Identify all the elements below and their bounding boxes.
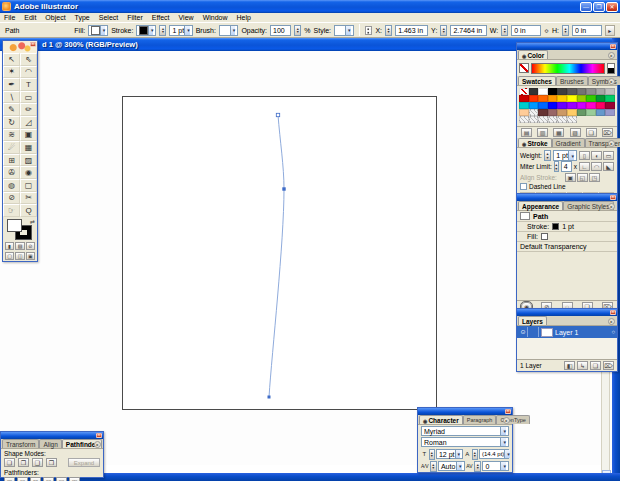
pencil-tool[interactable]: ✏ <box>20 103 37 116</box>
appearance-transparency-row[interactable]: Default Transparency <box>517 242 617 252</box>
appearance-object-row[interactable]: Path <box>517 211 617 222</box>
magic-wand-tool[interactable]: ✶ <box>3 66 20 79</box>
swatch-595959[interactable] <box>567 88 577 95</box>
toolbox-close-icon[interactable]: ✕ <box>30 42 36 47</box>
swatch-cc0000[interactable] <box>519 95 529 102</box>
font-size-dropdown[interactable]: 12 pt▾ <box>436 449 463 459</box>
dropdown-arrow-icon[interactable]: ▾ <box>504 450 510 458</box>
tab-swatches[interactable]: Swatches <box>518 76 556 85</box>
swatch-ff3300[interactable] <box>529 95 539 102</box>
cap-round-button[interactable]: ◖ <box>591 151 602 160</box>
scale-tool[interactable]: ◿ <box>20 116 37 129</box>
tab-transform[interactable]: Transform <box>2 439 39 448</box>
swatch-ff6600[interactable] <box>538 95 548 102</box>
swatch-669966[interactable] <box>577 109 587 116</box>
swatch-pattern[interactable] <box>538 116 548 123</box>
dropdown-arrow-icon[interactable]: ▾ <box>568 151 574 160</box>
show-all-swatches-button[interactable]: ▤ <box>521 128 532 137</box>
swatch-bfbfbf[interactable] <box>605 88 615 95</box>
swatch-ff9900[interactable] <box>548 95 558 102</box>
new-swatch-button[interactable]: ❏ <box>586 128 597 137</box>
swatches-menu-icon[interactable]: ▸ <box>608 78 615 85</box>
tab-character[interactable]: ◉Character <box>419 415 463 424</box>
swatch-cc00ff[interactable] <box>577 102 587 109</box>
opacity-field[interactable] <box>270 25 291 36</box>
tab-color[interactable]: ◉Color <box>518 50 548 59</box>
show-color-swatches-button[interactable]: ▥ <box>537 128 548 137</box>
symbol-sprayer-tool[interactable]: ☄ <box>3 141 20 154</box>
join-miter-button[interactable]: ∟ <box>579 162 590 171</box>
fullscreen-mode-button[interactable]: ▣ <box>26 252 35 260</box>
selection-tool[interactable]: ↖ <box>3 53 20 66</box>
swatch-ffcc99[interactable] <box>519 109 529 116</box>
swatch-99cc00[interactable] <box>577 95 587 102</box>
make-clipping-mask-button[interactable]: ◧ <box>564 361 575 370</box>
show-gradient-swatches-button[interactable]: ▦ <box>553 128 564 137</box>
kerning-stepper[interactable]: ▴▾ <box>430 461 437 472</box>
tab-gradient[interactable]: Gradient <box>552 138 585 147</box>
palette-title-bar[interactable]: ✕ <box>517 309 617 316</box>
live-paint-selection-tool[interactable]: ▢ <box>20 179 37 192</box>
palette-close-icon[interactable]: ✕ <box>96 433 102 438</box>
reference-point-icon[interactable] <box>365 26 373 35</box>
dropdown-arrow-icon[interactable]: ▾ <box>345 26 351 35</box>
swatch-00cccc[interactable] <box>519 102 529 109</box>
new-layer-button[interactable]: ❏ <box>590 361 601 370</box>
dashed-line-checkbox[interactable] <box>520 183 527 190</box>
join-round-button[interactable]: ◠ <box>591 162 602 171</box>
swatch-0099ff[interactable] <box>529 102 539 109</box>
outline-button[interactable]: ▤ <box>56 477 67 481</box>
appearance-stroke-row[interactable]: Stroke: 1 pt <box>517 222 617 232</box>
rectangle-tool[interactable]: ▭ <box>20 91 37 104</box>
swatch-000000[interactable] <box>548 88 558 95</box>
miter-stepper[interactable]: ▴▾ <box>554 161 559 172</box>
white-black-swatches[interactable] <box>607 63 615 74</box>
menu-select[interactable]: Select <box>99 14 118 21</box>
swatch-none[interactable] <box>519 88 529 95</box>
menu-effect[interactable]: Effect <box>152 14 170 21</box>
fill-color-dropdown[interactable]: ▾ <box>88 25 108 36</box>
dropdown-arrow-icon[interactable]: ▾ <box>500 462 506 470</box>
brush-dropdown[interactable]: ▾ <box>219 25 238 36</box>
hand-tool[interactable]: ☞ <box>3 204 20 217</box>
title-bar[interactable]: Adobe Illustrator — ❐ ✕ <box>0 0 620 13</box>
font-size-stepper[interactable]: ▴▾ <box>429 449 435 460</box>
live-paint-bucket-tool[interactable]: ◍ <box>3 179 20 192</box>
dropdown-arrow-icon[interactable]: ▾ <box>184 26 190 35</box>
stroke-weight-stepper[interactable]: ▴▾ <box>159 25 166 36</box>
menu-help[interactable]: Help <box>237 14 251 21</box>
stroke-weight-dropdown[interactable]: 1 pt▾ <box>169 25 192 36</box>
leading-stepper[interactable]: ▴▾ <box>472 449 478 460</box>
swatch-pattern[interactable] <box>529 109 539 116</box>
swatch-990033[interactable] <box>605 102 615 109</box>
palette-close-icon[interactable]: ✕ <box>610 44 616 49</box>
tab-align[interactable]: Align <box>39 439 61 448</box>
layer-target-icon[interactable]: ○ <box>611 329 615 335</box>
blend-tool[interactable]: ◉ <box>20 166 37 179</box>
style-dropdown[interactable]: ▾ <box>334 25 353 36</box>
palette-title-bar[interactable]: ✕ <box>1 432 103 439</box>
x-stepper[interactable]: ▴▾ <box>385 25 392 36</box>
subtract-from-shape-button[interactable]: ❐ <box>18 458 29 467</box>
swatch-737373[interactable] <box>577 88 587 95</box>
tab-layers[interactable]: Layers <box>518 316 547 325</box>
swatch-996666[interactable] <box>548 109 558 116</box>
tab-appearance[interactable]: Appearance <box>518 201 563 210</box>
trim-button[interactable]: ⊟ <box>17 477 28 481</box>
free-transform-tool[interactable]: ▣ <box>20 129 37 142</box>
fill-indicator[interactable] <box>7 219 22 232</box>
menu-file[interactable]: File <box>4 14 15 21</box>
swatch-ffcc00[interactable] <box>557 95 567 102</box>
character-menu-icon[interactable]: ▸ <box>503 417 510 424</box>
w-input[interactable] <box>514 27 538 34</box>
dropdown-arrow-icon[interactable]: ▾ <box>456 462 462 470</box>
maximize-button[interactable]: ❐ <box>593 2 605 12</box>
swatch-cc9966[interactable] <box>557 109 567 116</box>
x-field[interactable] <box>395 25 428 36</box>
paintbrush-tool[interactable]: ✎ <box>3 103 20 116</box>
swatch-663333[interactable] <box>538 109 548 116</box>
constrain-proportions-icon[interactable]: ≎ <box>544 27 549 34</box>
palette-close-icon[interactable]: ✕ <box>610 310 616 315</box>
intersect-shape-button[interactable]: ❑ <box>32 458 43 467</box>
color-menu-icon[interactable]: ▸ <box>608 52 615 59</box>
